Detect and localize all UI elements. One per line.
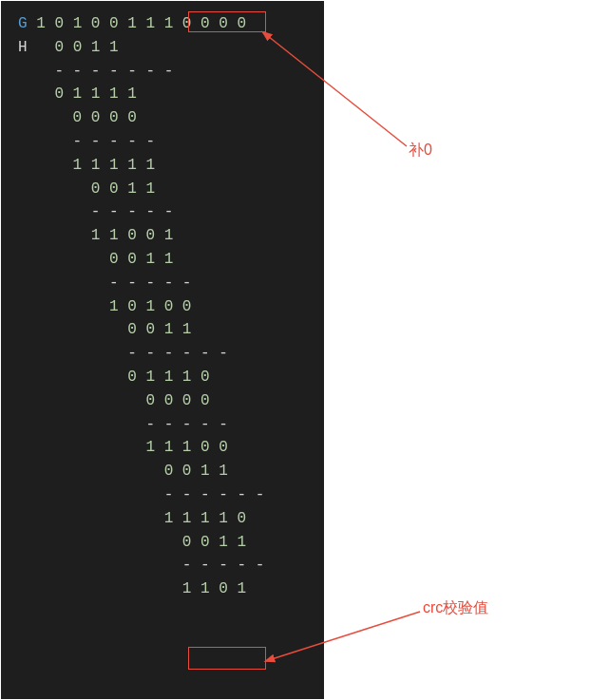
step4-remainder: 1 1 0 0 1 <box>18 224 307 248</box>
step7-dashes: - - - - - - <box>18 483 307 507</box>
step7-remainder: 1 1 1 0 0 <box>18 436 307 460</box>
padding-label: 补0 <box>409 141 432 161</box>
step4-xor: 0 0 1 1 <box>18 248 307 272</box>
step2-remainder: 0 1 1 1 1 <box>18 83 307 106</box>
step3-remainder: 1 1 1 1 1 <box>18 154 307 178</box>
step3-xor: 0 0 1 1 <box>18 178 307 201</box>
step7-xor: 0 0 1 1 <box>18 460 307 483</box>
padding-bits: 0 0 0 0 <box>182 15 246 32</box>
step6-remainder: 0 1 1 1 0 <box>18 366 307 389</box>
step6-xor: 0 0 0 0 <box>18 389 307 413</box>
step5-remainder: 1 0 1 0 0 <box>18 295 307 319</box>
step1-xor: 0 0 1 1 <box>54 39 118 56</box>
dividend-row: G 1 0 1 0 0 1 1 1 0 0 0 0 <box>18 12 307 36</box>
label-h: H <box>18 39 28 56</box>
step5-xor: 0 0 1 1 <box>18 318 307 342</box>
label-g: G <box>18 15 28 32</box>
step2-xor: 0 0 0 0 <box>18 106 307 130</box>
divisor-row: H 0 0 1 1 <box>18 36 307 60</box>
step8-remainder: 1 1 1 1 0 <box>18 507 307 531</box>
step6-dashes: - - - - - <box>18 413 307 437</box>
crc-division-block: G 1 0 1 0 0 1 1 1 0 0 0 0 H 0 0 1 1 - - … <box>1 1 324 699</box>
step2-dashes: - - - - - <box>18 130 307 154</box>
step8-dashes: - - - - - <box>18 554 307 577</box>
step8-xor: 0 0 1 1 <box>18 531 307 555</box>
step4-dashes: - - - - - <box>18 272 307 295</box>
dividend-bits: 1 0 1 0 0 1 1 1 <box>36 15 173 32</box>
step1-dashes: - - - - - - - <box>18 60 307 84</box>
crc-label: crc校验值 <box>423 598 488 618</box>
step3-dashes: - - - - - <box>18 200 307 224</box>
step5-dashes: - - - - - - <box>18 342 307 366</box>
crc-result: 1 1 0 1 <box>18 577 307 601</box>
